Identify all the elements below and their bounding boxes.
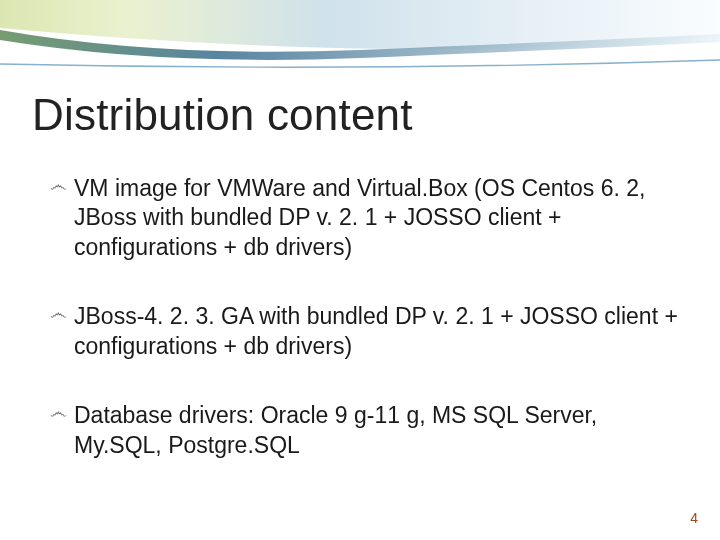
- bullet-item: ෴ JBoss-4. 2. 3. GA with bundled DP v. 2…: [50, 302, 678, 361]
- slide-title: Distribution content: [32, 90, 413, 140]
- bullet-icon: ෴: [50, 176, 67, 194]
- slide: Distribution content ෴ VM image for VMWa…: [0, 0, 720, 540]
- bullet-icon: ෴: [50, 403, 67, 421]
- page-number: 4: [690, 510, 698, 526]
- bullet-icon: ෴: [50, 304, 67, 322]
- topband-svg: [0, 0, 720, 74]
- bullet-item: ෴ VM image for VMWare and Virtual.Box (O…: [50, 174, 678, 262]
- bullet-text: Database drivers: Oracle 9 g-11 g, MS SQ…: [74, 402, 597, 457]
- slide-body: ෴ VM image for VMWare and Virtual.Box (O…: [50, 174, 678, 500]
- bullet-text: JBoss-4. 2. 3. GA with bundled DP v. 2. …: [74, 303, 678, 358]
- bullet-text: VM image for VMWare and Virtual.Box (OS …: [74, 175, 645, 260]
- decorative-top-band: [0, 0, 720, 74]
- bullet-item: ෴ Database drivers: Oracle 9 g-11 g, MS …: [50, 401, 678, 460]
